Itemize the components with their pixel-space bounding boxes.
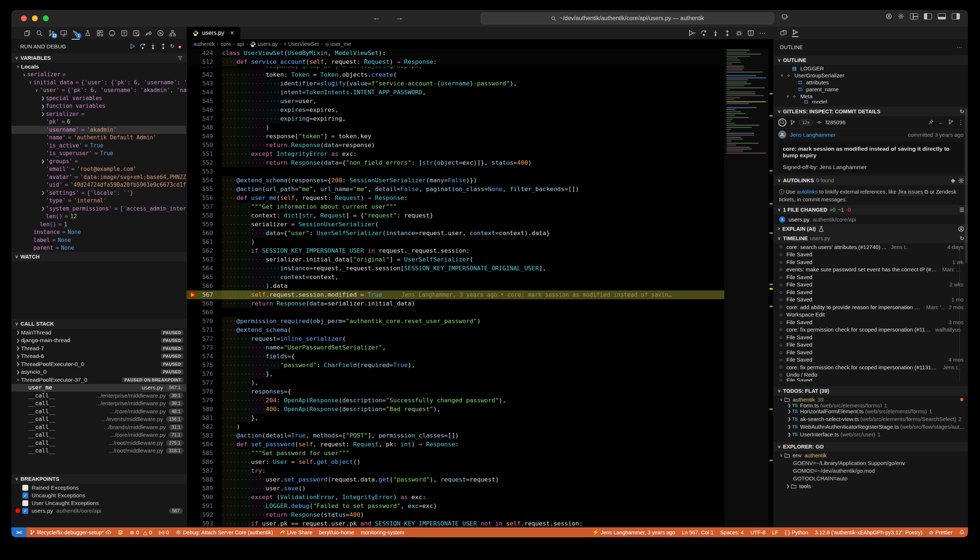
notifications-bell-icon[interactable] [956, 527, 968, 537]
box-y-icon[interactable] [119, 28, 129, 38]
code-line[interactable]: 589············user.save() [187, 484, 724, 493]
timeline-refresh-icon[interactable]: ↻ [960, 235, 964, 241]
line-number[interactable]: 592 [187, 510, 222, 519]
variable-row[interactable]: ∨serializer= [12, 71, 186, 79]
timeline-item[interactable]: ○File Saved1 wk [774, 258, 968, 266]
step-out-icon[interactable] [160, 43, 167, 50]
kebab-icon[interactable]: ⋮ [958, 119, 963, 126]
timeline-item[interactable]: ○File Saved [774, 251, 968, 258]
jira-link[interactable]: Jira issues [898, 189, 923, 195]
github-icon[interactable] [107, 28, 117, 38]
explorer-go-section-header[interactable]: ∨EXPLORER: GO [774, 442, 968, 452]
todos-section-header[interactable]: ∨TODOS: FLAT (39) [774, 386, 968, 396]
back-icon[interactable]: ← [938, 119, 944, 126]
line-number[interactable]: 424 [187, 49, 222, 58]
system-status-item[interactable]: monitoring-system [358, 527, 407, 537]
stack-frame-row[interactable]: __call__.../root/middleware.py318:1 [12, 447, 186, 455]
view-options-icon[interactable]: ☰ [960, 207, 964, 213]
timeline-item[interactable]: ○File Saved [774, 378, 968, 382]
todo-file-row[interactable]: ❯TSHorizontalFormElement.ts (web/src/ele… [774, 407, 968, 415]
thread-row[interactable]: ❯Thread-6PAUSED [12, 352, 186, 360]
line-number[interactable]: 575 [187, 361, 222, 370]
code-line[interactable]: 588············user.set_password(request… [187, 475, 724, 484]
tab-users-py[interactable]: users.py ✕ [187, 27, 240, 39]
variable-row[interactable]: parent=None [12, 244, 186, 252]
code-line[interactable]: 566············).data [187, 282, 724, 290]
minimize-window-button[interactable] [32, 15, 38, 21]
code-line[interactable]: 578········responses={ [187, 387, 724, 396]
commit-search-icon[interactable] [778, 118, 787, 127]
code-line[interactable]: 592············return Response(status=40… [187, 510, 724, 519]
timeline-section-header[interactable]: ∨TIMELINE users.py ↻ [774, 233, 968, 243]
code-line[interactable]: 573············name="UserPasswordSetSeri… [187, 343, 724, 352]
autolinks-settings-icon[interactable] [958, 177, 964, 184]
line-number[interactable]: 570 [187, 317, 222, 326]
variable-row[interactable]: 'email'='root@example.com' [12, 165, 186, 173]
line-number[interactable]: 585 [187, 449, 222, 458]
breadcrumb-item[interactable]: ⟡UserViewSet [283, 41, 319, 47]
command-center-search[interactable]: ~/dev/authentik/authentik/core/api/users… [481, 12, 774, 24]
line-number[interactable]: 549 [187, 132, 222, 141]
line-number[interactable]: 558 [187, 211, 222, 220]
close-window-button[interactable] [21, 15, 27, 21]
prettier-status-item[interactable]: ⊘Prettier [926, 527, 956, 537]
outline-item-model[interactable]: ⊡model [774, 100, 968, 103]
line-number[interactable]: 543 [187, 79, 222, 88]
timeline-item[interactable]: ⌾core: fix permission check for scoped i… [774, 363, 968, 371]
code-line[interactable]: 554····@extend_schema(responses={200: Se… [187, 176, 724, 185]
code-line[interactable]: 583····@action(detail=True, methods=["PO… [187, 431, 724, 440]
timeline-item[interactable]: ○File Saved [774, 288, 968, 296]
line-number[interactable]: 548 [187, 123, 222, 132]
author-link[interactable]: Jens Langhammer [790, 132, 835, 138]
extensions-icon[interactable] [95, 28, 105, 38]
code-line[interactable]: 582····) [187, 422, 724, 431]
variable-row[interactable]: len()=1 [12, 220, 186, 228]
code-line[interactable]: 558········context: dict[str, Request] =… [187, 211, 724, 220]
variable-row[interactable]: 'pk'=6 [12, 118, 186, 126]
interpreter-status-item[interactable]: 3.12.8 ('authentik-xEAhpGPh-py3.12': Poe… [812, 527, 926, 537]
code-line[interactable]: 569 [187, 308, 724, 317]
thread-row[interactable]: ❯Thread-7PAUSED [12, 344, 186, 352]
step-into-icon[interactable] [712, 30, 719, 36]
thread-row[interactable]: ❯asyncio_0PAUSED [12, 368, 186, 376]
line-number[interactable]: 583 [187, 431, 222, 440]
customize-layout-icon[interactable] [910, 13, 918, 20]
code-line[interactable]: 586········user: User = self.get_object(… [187, 458, 724, 467]
compare-icon[interactable] [948, 119, 953, 126]
line-number[interactable]: 565 [187, 273, 222, 282]
step-over-icon[interactable] [139, 43, 146, 50]
thread-row[interactable]: ❯MainThreadPAUSED [12, 328, 186, 337]
variable-row[interactable]: label=None [12, 236, 186, 244]
code-line[interactable]: 591············LOGGER.debug("Failed to s… [187, 502, 724, 510]
timeline-item[interactable]: ⌾core: search users' attributes (#12740)… [774, 243, 968, 251]
step-out-icon[interactable] [724, 30, 731, 36]
variable-row[interactable]: 'username'='akadmin' [12, 126, 186, 134]
code-line[interactable]: 590········except (ValidationError, Inte… [187, 493, 724, 502]
sticky-code-line[interactable]: 512····def service_account(self, request… [187, 58, 724, 67]
run-dd-icon[interactable] [688, 29, 695, 37]
variable-row[interactable]: ❯'system_permissions'=['access_admin_int… [12, 205, 186, 213]
language-status-item[interactable]: { }Python [782, 527, 812, 537]
code-line[interactable]: 584····def set_password(self, request: R… [187, 440, 724, 449]
code-line[interactable]: 542············token: Token = Token.obje… [187, 70, 724, 79]
toggle-left-sidebar-icon[interactable] [924, 13, 932, 20]
code-line[interactable]: 572········request=inline_serializer( [187, 335, 724, 343]
search-icon[interactable] [35, 28, 44, 38]
settings-gear-icon[interactable] [898, 13, 904, 20]
line-number[interactable]: 589 [187, 484, 222, 493]
stack-frame-row[interactable]: __call__.../enterprise/middleware.py39:1 [12, 392, 186, 400]
line-number[interactable]: 556 [187, 193, 222, 202]
line-number[interactable]: 591 [187, 502, 222, 510]
outline-section-header[interactable]: ∨OUTLINE [774, 55, 968, 65]
open-changes-icon[interactable] [780, 30, 787, 36]
graph-icon[interactable] [792, 29, 798, 37]
breadcrumb-item[interactable]: users.py [250, 41, 278, 47]
screen-share-icon[interactable] [782, 13, 788, 20]
variable-row[interactable]: len()=12 [12, 213, 186, 221]
todo-root-row[interactable]: ∨authentik39 [774, 396, 968, 403]
line-number[interactable]: 562 [187, 247, 222, 255]
filter-icon[interactable] [178, 55, 183, 60]
sticky-code-line[interactable]: 424class UserViewSet(UsedByMixin, ModelV… [187, 49, 724, 58]
code-line[interactable]: 593········if user.pk == request.user.pk… [187, 519, 724, 527]
code-line[interactable]: 585········"""Set password for user""" [187, 449, 724, 458]
